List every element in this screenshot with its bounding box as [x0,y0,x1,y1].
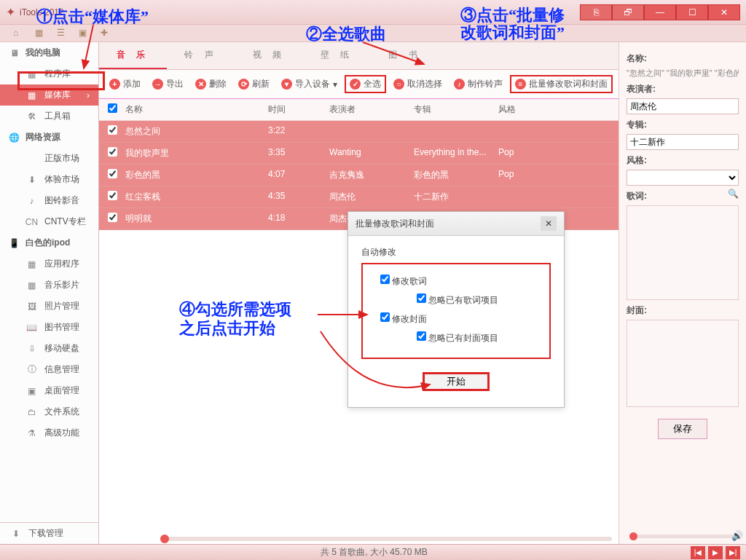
next-button[interactable]: ▶| [726,546,740,559]
opt-lyric-checkbox[interactable] [380,275,390,284]
prop-lyric-box[interactable] [627,205,739,300]
deselect-button[interactable]: ○取消选择 [389,76,447,92]
batch-edit-button[interactable]: ≡批量修改歌词和封面 [510,75,613,93]
select-all-button[interactable]: ✓全选 [345,75,386,93]
delete-icon: ✕ [195,79,206,90]
tool-icon[interactable]: ✚ [101,28,112,39]
table-row[interactable]: 忽然之间3:22 [99,121,619,143]
play-button[interactable]: ▶ [708,546,723,559]
sidebar-item-2-7[interactable]: 🗀文件系统 [0,401,98,422]
opt-lyric-skip[interactable]: 忽略已有歌词项目 [417,295,498,305]
row-name: 红尘客栈 [122,191,265,203]
table-row[interactable]: 我的歌声里3:35WantingEverything in the...Pop [99,143,619,165]
sidebar-item-1-1[interactable]: ⬇体验市场 [0,169,98,190]
sidebar-item-0-1[interactable]: ▦媒体库› [0,84,98,106]
dialog-close-button[interactable]: ✕ [541,216,557,231]
opt-cover[interactable]: 修改封面 [380,314,427,324]
volume-bar[interactable] [629,535,739,538]
row-checkbox[interactable] [108,213,117,222]
prop-album-input[interactable] [627,134,739,150]
sidebar-item-2-4[interactable]: ⇩移动硬盘 [0,338,98,359]
opt-cover-checkbox[interactable] [380,312,390,322]
sidebar-item-2-6[interactable]: ▣桌面管理 [0,380,98,401]
dialog-start-button[interactable]: 开始 [423,372,490,391]
dialog-title: 批量修改歌词和封面 [356,218,434,230]
tab-1[interactable]: 铃 声 [167,42,235,69]
sidebar-section-header[interactable]: 📱白色的ipod [0,232,98,253]
app-logo-icon: ✦ [6,5,15,19]
volume-knob[interactable] [629,532,637,540]
sidebar-item-icon: 🛠 [26,111,37,122]
dialog-options-box: 修改歌词 忽略已有歌词项目 修改封面 忽略已有封面项目 [361,263,551,359]
sidebar-item-1-0[interactable]: 正版市场 [0,148,98,169]
opt-lyric-skip-checkbox[interactable] [417,293,426,303]
make-ringtone-button[interactable]: ♪制作铃声 [449,76,507,92]
maximize-button[interactable]: ☐ [676,4,708,20]
restore-button[interactable]: 🗗 [612,4,644,20]
tab-0[interactable]: 音 乐 [99,42,167,69]
dialog-titlebar[interactable]: 批量修改歌词和封面 ✕ [348,212,564,236]
save-button[interactable]: 保存 [658,419,707,439]
download-manager-label: 下载管理 [28,527,63,540]
col-time[interactable]: 时间 [265,103,326,116]
progress-bar[interactable] [160,537,612,541]
col-genre[interactable]: 风格 [495,103,539,116]
download-manager[interactable]: ⬇ 下载管理 [0,523,98,544]
export-button[interactable]: →导出 [148,76,188,92]
table-row[interactable]: 红尘客栈4:35周杰伦十二新作 [99,186,619,208]
delete-button[interactable]: ✕删除 [191,76,231,92]
tab-3[interactable]: 壁 纸 [303,42,371,69]
sidebar-item-1-3[interactable]: CNCNTV专栏 [0,211,98,232]
tab-2[interactable]: 视 频 [235,42,303,69]
sidebar-item-2-1[interactable]: ▦音乐影片 [0,275,98,296]
sidebar-item-icon: ⬇ [26,174,37,185]
refresh-button[interactable]: ⟳刷新 [234,76,274,92]
import-device-button[interactable]: ▾导入设备 ▾ [277,76,342,92]
col-artist[interactable]: 表演者 [326,103,411,116]
row-name: 忽然之间 [122,125,265,138]
prop-artist-input[interactable] [627,98,739,114]
grid-icon[interactable]: ▦ [35,28,47,39]
sidebar-item-2-8[interactable]: ⚗高级功能 [0,422,98,443]
row-checkbox[interactable] [108,169,117,178]
row-time: 4:18 [265,213,326,225]
volume-icon[interactable]: 🔊 [731,530,743,541]
opt-cover-skip[interactable]: 忽略已有封面项目 [417,333,498,343]
sidebar-item-0-2[interactable]: 🛠工具箱 [0,106,98,127]
tab-4[interactable]: 图 书 [371,42,439,69]
opt-lyric[interactable]: 修改歌词 [380,276,427,286]
col-album[interactable]: 专辑 [411,103,495,116]
add-button[interactable]: +添加 [105,76,145,92]
row-checkbox[interactable] [108,147,117,157]
header-checkbox[interactable] [108,103,117,113]
col-name[interactable]: 名称 [122,103,265,116]
sidebar-item-1-2[interactable]: ♪图铃影音 [0,190,98,211]
prop-cover-box[interactable] [627,320,739,407]
sidebar-item-2-5[interactable]: ⓘ信息管理 [0,359,98,380]
table-row[interactable]: 彩色的黑4:07吉克隽逸彩色的黑Pop [99,165,619,186]
media-icon[interactable]: ▣ [79,28,90,39]
export-icon: → [152,79,163,90]
progress-knob[interactable] [160,535,169,543]
uncheck-icon: ○ [393,79,404,90]
sidebar-item-2-0[interactable]: ▦应用程序 [0,253,98,275]
list-icon[interactable]: ☰ [57,28,68,39]
sidebar-section-header[interactable]: 🌐网络资源 [0,127,98,148]
sidebar-section-header[interactable]: 🖥我的电脑 [0,42,98,63]
prop-genre-select[interactable] [627,170,739,186]
search-icon[interactable]: 🔍 [728,189,739,199]
prev-button[interactable]: |◀ [691,546,705,559]
row-checkbox[interactable] [108,191,117,200]
minimize-button[interactable]: — [644,4,676,20]
sidebar-item-0-0[interactable]: ▦程序库 [0,63,98,84]
sidebar-item-2-2[interactable]: 🖼照片管理 [0,296,98,317]
home-icon[interactable]: ⌂ [13,28,25,39]
row-time: 3:35 [265,147,326,159]
row-checkbox[interactable] [108,125,117,135]
sidebar-item-2-3[interactable]: 📖图书管理 [0,317,98,338]
feedback-button[interactable]: ⎘ [580,4,612,20]
sidebar-item-icon: ⓘ [26,364,37,375]
plus-icon: + [109,79,120,90]
opt-cover-skip-checkbox[interactable] [417,331,426,341]
close-button[interactable]: ✕ [708,4,740,20]
